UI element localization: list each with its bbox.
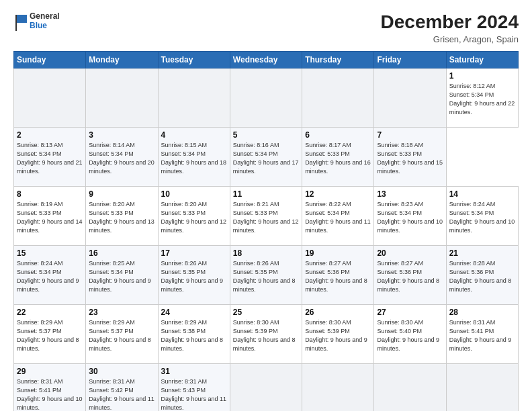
day-info: Sunrise: 8:29 AMSunset: 5:37 PMDaylight:… bbox=[89, 318, 154, 353]
calendar-cell: 2Sunrise: 8:13 AMSunset: 5:34 PMDaylight… bbox=[14, 127, 86, 186]
day-number: 23 bbox=[89, 308, 154, 317]
calendar-header-row: SundayMondayTuesdayWednesdayThursdayFrid… bbox=[14, 51, 519, 68]
svg-marker-0 bbox=[16, 15, 27, 23]
calendar-cell: 27Sunrise: 8:30 AMSunset: 5:40 PMDayligh… bbox=[374, 304, 446, 363]
day-number: 18 bbox=[233, 248, 299, 258]
day-number: 15 bbox=[17, 248, 83, 258]
day-number: 6 bbox=[305, 130, 371, 140]
day-number: 8 bbox=[17, 189, 83, 199]
header-right: December 2024 Grisen, Aragon, Spain bbox=[381, 12, 519, 44]
week-row-1: 2Sunrise: 8:13 AMSunset: 5:34 PMDaylight… bbox=[14, 127, 519, 186]
day-info: Sunrise: 8:15 AMSunset: 5:34 PMDaylight:… bbox=[161, 141, 227, 176]
day-info: Sunrise: 8:14 AMSunset: 5:34 PMDaylight:… bbox=[89, 141, 154, 176]
day-number: 19 bbox=[305, 248, 371, 258]
calendar-cell: 20Sunrise: 8:27 AMSunset: 5:36 PMDayligh… bbox=[374, 245, 446, 304]
week-row-5: 29Sunrise: 8:31 AMSunset: 5:41 PMDayligh… bbox=[14, 363, 519, 411]
day-info: Sunrise: 8:31 AMSunset: 5:43 PMDaylight:… bbox=[161, 377, 227, 411]
day-info: Sunrise: 8:29 AMSunset: 5:38 PMDaylight:… bbox=[161, 318, 227, 353]
month-title: December 2024 bbox=[381, 12, 519, 33]
day-number: 2 bbox=[17, 130, 83, 140]
logo-blue-text: Blue bbox=[30, 21, 60, 31]
calendar-cell: 1Sunrise: 8:12 AMSunset: 5:34 PMDaylight… bbox=[446, 68, 518, 127]
day-info: Sunrise: 8:30 AMSunset: 5:39 PMDaylight:… bbox=[233, 318, 299, 353]
day-info: Sunrise: 8:30 AMSunset: 5:39 PMDaylight:… bbox=[305, 318, 371, 353]
header: General Blue December 2024 Grisen, Arago… bbox=[13, 12, 519, 44]
calendar-cell: 5Sunrise: 8:16 AMSunset: 5:34 PMDaylight… bbox=[230, 127, 302, 186]
logo: General Blue bbox=[13, 12, 60, 31]
day-number: 26 bbox=[305, 308, 371, 317]
page: General Blue December 2024 Grisen, Arago… bbox=[0, 0, 532, 411]
calendar-cell: 13Sunrise: 8:23 AMSunset: 5:34 PMDayligh… bbox=[374, 186, 446, 245]
calendar-cell: 16Sunrise: 8:25 AMSunset: 5:34 PMDayligh… bbox=[86, 245, 158, 304]
day-info: Sunrise: 8:27 AMSunset: 5:36 PMDaylight:… bbox=[377, 259, 443, 294]
calendar-cell bbox=[446, 363, 518, 411]
day-number: 11 bbox=[233, 189, 299, 199]
calendar-cell bbox=[230, 363, 302, 411]
calendar-cell: 12Sunrise: 8:22 AMSunset: 5:34 PMDayligh… bbox=[302, 186, 374, 245]
day-info: Sunrise: 8:13 AMSunset: 5:34 PMDaylight:… bbox=[17, 141, 83, 176]
calendar-table: SundayMondayTuesdayWednesdayThursdayFrid… bbox=[13, 51, 519, 411]
day-number: 25 bbox=[233, 308, 299, 317]
day-info: Sunrise: 8:20 AMSunset: 5:33 PMDaylight:… bbox=[161, 200, 227, 235]
day-number: 29 bbox=[17, 367, 83, 376]
week-row-0: 1Sunrise: 8:12 AMSunset: 5:34 PMDaylight… bbox=[14, 68, 519, 127]
day-info: Sunrise: 8:12 AMSunset: 5:34 PMDaylight:… bbox=[449, 82, 515, 117]
calendar-cell: 4Sunrise: 8:15 AMSunset: 5:34 PMDaylight… bbox=[158, 127, 230, 186]
day-number: 3 bbox=[89, 130, 154, 140]
day-info: Sunrise: 8:16 AMSunset: 5:34 PMDaylight:… bbox=[233, 141, 299, 176]
calendar-cell: 8Sunrise: 8:19 AMSunset: 5:33 PMDaylight… bbox=[14, 186, 86, 245]
day-number: 13 bbox=[377, 189, 443, 199]
calendar-cell: 24Sunrise: 8:29 AMSunset: 5:38 PMDayligh… bbox=[158, 304, 230, 363]
calendar-cell bbox=[374, 363, 446, 411]
logo-general-text: General bbox=[30, 12, 60, 21]
day-header-sunday: Sunday bbox=[14, 51, 86, 68]
day-number: 16 bbox=[89, 248, 154, 258]
day-number: 17 bbox=[161, 248, 227, 258]
day-info: Sunrise: 8:24 AMSunset: 5:34 PMDaylight:… bbox=[17, 259, 83, 294]
week-row-3: 15Sunrise: 8:24 AMSunset: 5:34 PMDayligh… bbox=[14, 245, 519, 304]
location: Grisen, Aragon, Spain bbox=[381, 34, 519, 44]
calendar-cell: 3Sunrise: 8:14 AMSunset: 5:34 PMDaylight… bbox=[86, 127, 158, 186]
day-info: Sunrise: 8:31 AMSunset: 5:42 PMDaylight:… bbox=[89, 377, 154, 411]
calendar-cell: 25Sunrise: 8:30 AMSunset: 5:39 PMDayligh… bbox=[230, 304, 302, 363]
day-header-friday: Friday bbox=[374, 51, 446, 68]
calendar-cell: 7Sunrise: 8:18 AMSunset: 5:33 PMDaylight… bbox=[374, 127, 446, 186]
calendar-cell: 10Sunrise: 8:20 AMSunset: 5:33 PMDayligh… bbox=[158, 186, 230, 245]
calendar-cell: 18Sunrise: 8:26 AMSunset: 5:35 PMDayligh… bbox=[230, 245, 302, 304]
calendar-cell: 14Sunrise: 8:24 AMSunset: 5:34 PMDayligh… bbox=[446, 186, 518, 245]
day-number: 7 bbox=[377, 130, 443, 140]
day-number: 14 bbox=[449, 189, 515, 199]
logo-flag-icon bbox=[13, 12, 28, 31]
day-info: Sunrise: 8:22 AMSunset: 5:34 PMDaylight:… bbox=[305, 200, 371, 235]
day-info: Sunrise: 8:30 AMSunset: 5:40 PMDaylight:… bbox=[377, 318, 443, 353]
calendar-cell bbox=[374, 68, 446, 127]
day-number: 31 bbox=[161, 367, 227, 376]
day-info: Sunrise: 8:27 AMSunset: 5:36 PMDaylight:… bbox=[305, 259, 371, 294]
day-info: Sunrise: 8:25 AMSunset: 5:34 PMDaylight:… bbox=[89, 259, 154, 294]
day-info: Sunrise: 8:21 AMSunset: 5:33 PMDaylight:… bbox=[233, 200, 299, 235]
week-row-2: 8Sunrise: 8:19 AMSunset: 5:33 PMDaylight… bbox=[14, 186, 519, 245]
day-number: 12 bbox=[305, 189, 371, 199]
calendar-cell: 28Sunrise: 8:31 AMSunset: 5:41 PMDayligh… bbox=[446, 304, 518, 363]
day-header-wednesday: Wednesday bbox=[230, 51, 302, 68]
calendar-cell: 29Sunrise: 8:31 AMSunset: 5:41 PMDayligh… bbox=[14, 363, 86, 411]
day-info: Sunrise: 8:20 AMSunset: 5:33 PMDaylight:… bbox=[89, 200, 154, 235]
day-info: Sunrise: 8:26 AMSunset: 5:35 PMDaylight:… bbox=[233, 259, 299, 294]
day-info: Sunrise: 8:19 AMSunset: 5:33 PMDaylight:… bbox=[17, 200, 83, 235]
day-number: 5 bbox=[233, 130, 299, 140]
day-number: 9 bbox=[89, 189, 154, 199]
calendar-cell: 26Sunrise: 8:30 AMSunset: 5:39 PMDayligh… bbox=[302, 304, 374, 363]
day-number: 10 bbox=[161, 189, 227, 199]
day-number: 28 bbox=[449, 308, 515, 317]
calendar-cell: 31Sunrise: 8:31 AMSunset: 5:43 PMDayligh… bbox=[158, 363, 230, 411]
calendar-cell: 6Sunrise: 8:17 AMSunset: 5:33 PMDaylight… bbox=[302, 127, 374, 186]
day-number: 21 bbox=[449, 248, 515, 258]
day-number: 4 bbox=[161, 130, 227, 140]
calendar-cell: 23Sunrise: 8:29 AMSunset: 5:37 PMDayligh… bbox=[86, 304, 158, 363]
day-header-tuesday: Tuesday bbox=[158, 51, 230, 68]
calendar-cell: 11Sunrise: 8:21 AMSunset: 5:33 PMDayligh… bbox=[230, 186, 302, 245]
calendar-cell: 30Sunrise: 8:31 AMSunset: 5:42 PMDayligh… bbox=[86, 363, 158, 411]
day-info: Sunrise: 8:17 AMSunset: 5:33 PMDaylight:… bbox=[305, 141, 371, 176]
calendar-cell: 21Sunrise: 8:28 AMSunset: 5:36 PMDayligh… bbox=[446, 245, 518, 304]
day-info: Sunrise: 8:29 AMSunset: 5:37 PMDaylight:… bbox=[17, 318, 83, 353]
